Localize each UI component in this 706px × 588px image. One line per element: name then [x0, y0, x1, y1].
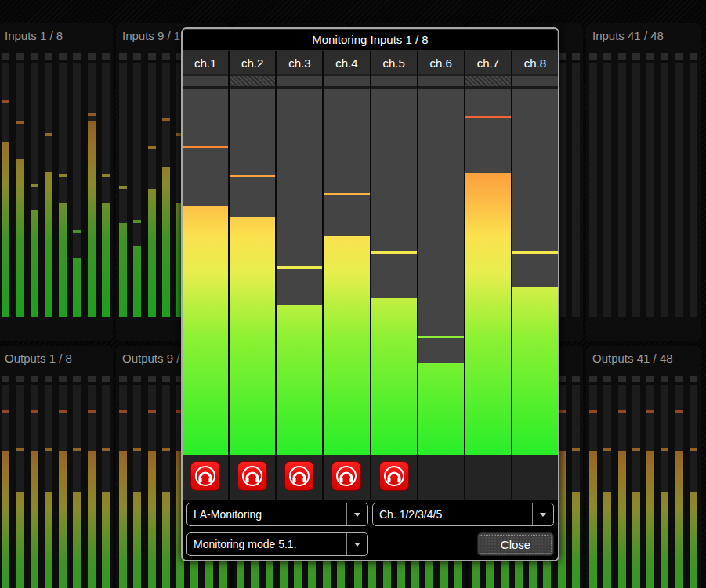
close-button[interactable]: Close — [477, 532, 554, 556]
vu-meter — [73, 63, 81, 317]
peak-indicator — [512, 251, 558, 254]
peak-indicator — [2, 410, 9, 413]
meter-column — [661, 376, 668, 588]
vu-meter — [88, 63, 96, 317]
vu-bar — [162, 167, 170, 317]
meter-column — [646, 376, 654, 588]
monitoring-mode-value: Monitoring mode 5.1. — [187, 538, 346, 550]
channel-column: ch.2 — [230, 51, 277, 500]
channel-column: ch.8 — [512, 51, 558, 500]
monitoring-dialog: Monitoring Inputs 1 / 8 ch.1ch.2ch.3ch.4… — [181, 27, 559, 561]
channel-column: ch.5 — [371, 51, 418, 500]
headphone-button[interactable] — [379, 461, 409, 491]
monitor-source-select[interactable]: LA-Monitoring — [186, 503, 368, 526]
meters-row — [0, 376, 113, 588]
chevron-down-icon[interactable] — [346, 503, 367, 525]
peak-indicator — [45, 133, 52, 136]
vu-bar — [661, 492, 668, 588]
peak-indicator — [183, 146, 228, 148]
peak-indicator — [102, 448, 110, 451]
meter-cap — [59, 376, 67, 382]
headphone-cell — [183, 455, 228, 500]
meter-column — [675, 376, 683, 588]
meters-row — [586, 376, 701, 588]
meter-cap — [675, 376, 683, 382]
vu-bar — [632, 492, 640, 588]
peak-indicator — [162, 118, 170, 121]
meter-column — [31, 376, 38, 588]
vu-meter — [2, 63, 9, 317]
meter-cap — [133, 53, 141, 60]
monitor-source-value: LA-Monitoring — [187, 508, 346, 521]
chevron-down-icon[interactable] — [532, 503, 553, 525]
headphone-button[interactable] — [190, 461, 220, 491]
vu-meter — [572, 385, 580, 588]
panel-label: Inputs 1 / 8 — [0, 23, 113, 44]
meter-cap — [119, 53, 127, 60]
meter-cap — [88, 53, 96, 60]
meter-cap — [603, 376, 611, 382]
meter-column — [148, 376, 156, 588]
vu-bar — [16, 492, 24, 588]
peak-indicator — [690, 448, 697, 451]
meter-column — [572, 53, 580, 317]
meter-column — [88, 53, 96, 317]
vu-bar — [324, 236, 369, 455]
meter-column — [603, 53, 611, 317]
vu-bar — [183, 206, 228, 455]
meter-cap — [632, 376, 640, 382]
meter-cap — [661, 376, 668, 382]
meter-cap — [45, 53, 52, 60]
meter-column — [148, 53, 156, 317]
meter-cap — [2, 53, 9, 60]
chevron-down-icon[interactable] — [346, 533, 367, 555]
meter-column — [675, 53, 683, 317]
peak-indicator — [73, 448, 81, 451]
channel-group-select[interactable]: Ch. 1/2/3/4/5 — [372, 503, 554, 526]
peak-indicator — [618, 410, 626, 413]
meter-column — [632, 376, 640, 588]
meter-column — [618, 53, 626, 317]
meter-cap — [618, 53, 626, 60]
meter-column — [31, 53, 38, 317]
vu-meter — [632, 63, 640, 317]
meter-cap — [16, 53, 24, 60]
meter-column — [102, 53, 110, 317]
vu-meter — [16, 63, 24, 317]
peak-indicator — [133, 448, 141, 451]
meter-column — [589, 376, 597, 588]
clip-indicator — [324, 76, 369, 86]
channel-header: ch.6 — [418, 51, 464, 76]
vu-meter — [148, 385, 156, 588]
meter-column — [162, 53, 170, 317]
headphone-cell — [418, 455, 464, 500]
peak-indicator — [589, 410, 597, 413]
vu-bar — [230, 217, 275, 455]
meter-cap — [589, 376, 597, 382]
meter-column — [45, 376, 52, 588]
vu-bar — [589, 451, 597, 588]
headphone-button[interactable] — [284, 461, 314, 491]
meter-column — [16, 376, 24, 588]
vu-bar — [31, 210, 38, 317]
dialog-title: Monitoring Inputs 1 / 8 — [183, 29, 558, 51]
vu-bar — [102, 203, 110, 317]
vu-meter — [418, 89, 464, 455]
vu-meter — [603, 385, 611, 588]
peak-indicator — [119, 410, 127, 413]
meter-column — [16, 53, 24, 317]
meter-cap — [31, 376, 38, 382]
peak-indicator — [324, 193, 369, 195]
vu-bar — [162, 492, 170, 588]
headphone-button[interactable] — [237, 461, 267, 491]
channel-header: ch.5 — [371, 51, 417, 76]
vu-bar — [73, 258, 81, 317]
headphone-button[interactable] — [331, 461, 361, 491]
peak-indicator — [2, 100, 9, 103]
peak-indicator — [371, 251, 417, 254]
vu-bar — [102, 492, 110, 588]
input-meter-panel: Inputs 1 / 8 — [0, 23, 113, 341]
monitoring-mode-select[interactable]: Monitoring mode 5.1. — [186, 532, 368, 556]
vu-meter — [102, 63, 110, 317]
meter-column — [88, 376, 96, 588]
